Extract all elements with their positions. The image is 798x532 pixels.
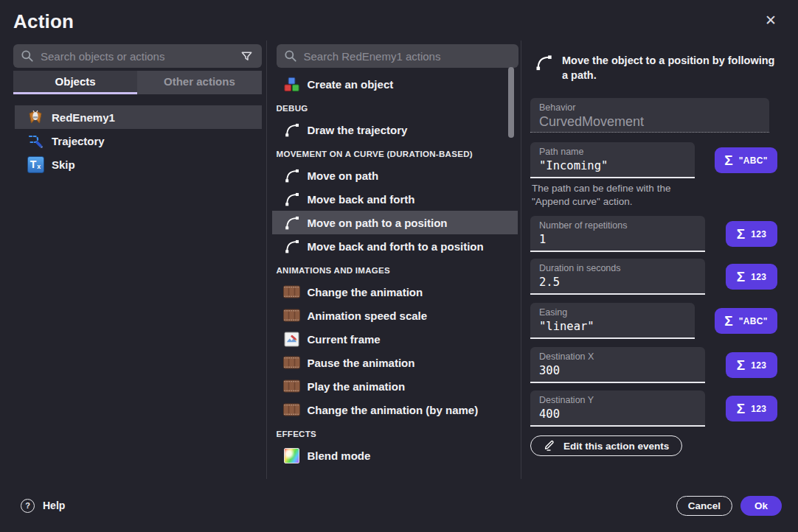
duration-field[interactable]: Duration in seconds 2.5 (530, 259, 705, 295)
field-label: Duration in seconds (539, 263, 696, 273)
action-item-label: Blend mode (308, 449, 371, 462)
tab-other-actions[interactable]: Other actions (137, 71, 261, 94)
curve-icon (282, 122, 302, 138)
field-value: CurvedMovement (539, 114, 760, 130)
filter-icon[interactable] (240, 47, 254, 65)
help-button[interactable]: ? Help (21, 499, 65, 513)
action-item-pause-animation[interactable]: Pause the animation (272, 351, 518, 374)
dialog-footer: ? Help Cancel Ok (0, 479, 798, 532)
expression-type-label: 123 (751, 229, 766, 239)
action-item-label: Move on path to a position (308, 217, 448, 229)
action-item-label: Draw the trajectory (308, 124, 408, 136)
curve-icon (282, 191, 302, 207)
object-row-redenemy1[interactable]: RedEnemy1 (15, 105, 262, 129)
destination-x-field[interactable]: Destination X 300 (530, 347, 705, 383)
help-icon: ? (21, 499, 35, 513)
sigma-icon: Σ (737, 270, 745, 284)
action-description: Move the object to a position by followi… (530, 53, 777, 83)
action-item-change-animation[interactable]: Change the animation (272, 280, 518, 304)
objects-panel: Objects Other actions RedEnemy1 (0, 41, 266, 479)
expression-type-label: 123 (751, 360, 766, 371)
curve-icon (282, 214, 302, 231)
expression-editor-button-123[interactable]: Σ 123 (726, 396, 777, 421)
object-label: Trajectory (52, 135, 105, 147)
object-label: Skip (52, 158, 75, 171)
cancel-button[interactable]: Cancel (676, 496, 732, 516)
objects-search-input[interactable] (41, 50, 233, 63)
action-item-move-back-forth[interactable]: Move back and forth (272, 187, 518, 211)
tab-objects[interactable]: Objects (13, 71, 137, 94)
blend-icon (282, 448, 302, 463)
field-value[interactable]: 1 (539, 233, 696, 246)
actions-search-input[interactable] (304, 50, 511, 63)
pencil-icon (544, 438, 556, 453)
curve-icon (282, 167, 302, 183)
field-value[interactable]: "linear" (539, 320, 686, 333)
text-object-icon: Tx (27, 155, 44, 173)
search-icon (21, 47, 34, 65)
section-header-animations: ANIMATIONS AND IMAGES (272, 258, 518, 280)
action-item-blend-mode[interactable]: Blend mode (272, 444, 518, 467)
action-item-move-back-forth-to-position[interactable]: Move back and forth to a position (272, 234, 518, 258)
frame-icon (282, 332, 302, 347)
actions-scrollbar[interactable] (508, 67, 514, 138)
edit-action-events-button[interactable]: Edit this action events (530, 435, 682, 456)
actions-search-box[interactable] (277, 44, 518, 68)
field-value[interactable]: 400 (539, 407, 696, 421)
sigma-icon: Σ (737, 402, 745, 416)
action-item-play-animation[interactable]: Play the animation (272, 374, 518, 398)
destination-y-field[interactable]: Destination Y 400 (530, 391, 705, 427)
object-row-trajectory[interactable]: Trajectory (15, 129, 262, 153)
repetitions-field[interactable]: Number of repetitions 1 (530, 216, 705, 252)
expression-editor-button-123[interactable]: Σ 123 (726, 221, 777, 247)
action-item-move-on-path[interactable]: Move on path (272, 164, 518, 187)
dialog-title: Action (13, 10, 798, 33)
action-item-label: Current frame (308, 333, 381, 346)
field-value[interactable]: 300 (539, 364, 696, 377)
action-item-current-frame[interactable]: Current frame (272, 327, 518, 351)
field-label: Easing (539, 307, 686, 318)
ok-button[interactable]: Ok (740, 496, 782, 516)
section-header-movement-curve: MOVEMENT ON A CURVE (DURATION-BASED) (272, 141, 518, 164)
objects-search-box[interactable] (13, 44, 262, 68)
action-description-text: Move the object to a position by followi… (562, 53, 777, 83)
field-label: Destination X (539, 351, 696, 362)
field-value[interactable]: "Incoming" (539, 159, 686, 172)
action-item-draw-trajectory[interactable]: Draw the trajectory (272, 118, 518, 141)
action-item-change-animation-by-name[interactable]: Change the animation (by name) (272, 398, 518, 421)
film-icon (282, 356, 302, 369)
trajectory-icon (27, 132, 44, 150)
expression-editor-button-abc[interactable]: Σ "ABC" (715, 147, 777, 173)
curve-icon (535, 53, 553, 83)
action-item-label: Animation speed scale (308, 309, 428, 322)
film-icon (282, 285, 302, 298)
search-icon (284, 47, 297, 65)
section-header-effects: EFFECTS (272, 421, 518, 444)
objects-list: RedEnemy1 Trajectory Tx (13, 105, 262, 176)
expression-type-label: "ABC" (739, 316, 768, 326)
expression-editor-button-abc[interactable]: Σ "ABC" (715, 308, 777, 334)
help-label: Help (43, 500, 65, 511)
action-item-label: Move back and forth (308, 193, 415, 206)
path-name-field[interactable]: Path name "Incoming" (530, 142, 695, 178)
action-item-animation-speed-scale[interactable]: Animation speed scale (272, 304, 518, 327)
field-label: Path name (539, 147, 686, 157)
actions-panel: Create an object DEBUG Draw the trajecto… (267, 41, 521, 479)
action-item-label: Move on path (308, 169, 379, 182)
object-row-skip[interactable]: Tx Skip (15, 153, 262, 176)
dialog-header: Action ✕ (0, 0, 798, 41)
object-tabs: Objects Other actions (13, 71, 262, 94)
expression-editor-button-123[interactable]: Σ 123 (726, 264, 777, 290)
object-label: RedEnemy1 (52, 111, 115, 124)
action-item-label: Change the animation (by name) (308, 404, 479, 416)
expression-type-label: 123 (751, 272, 766, 282)
close-icon[interactable]: ✕ (761, 10, 780, 29)
easing-field[interactable]: Easing "linear" (530, 303, 695, 339)
action-item-move-on-path-to-position[interactable]: Move on path to a position (272, 211, 518, 234)
film-icon (282, 309, 302, 322)
expression-editor-button-123[interactable]: Σ 123 (726, 352, 777, 378)
field-value[interactable]: 2.5 (539, 276, 696, 289)
action-item-label: Pause the animation (308, 357, 415, 369)
field-label: Number of repetitions (539, 220, 696, 231)
action-item-create-object[interactable]: Create an object (272, 72, 518, 96)
